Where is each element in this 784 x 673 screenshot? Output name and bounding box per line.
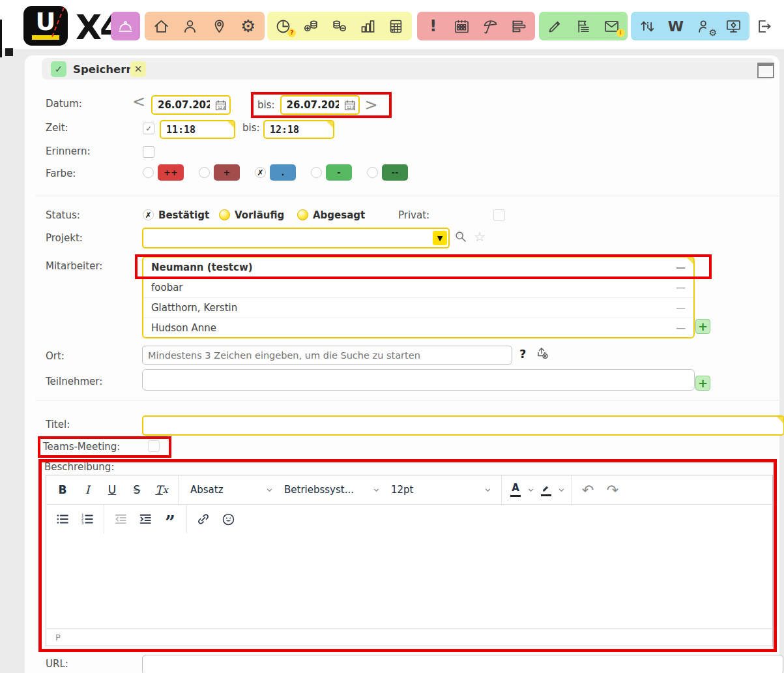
next-day-button[interactable]: > [365, 96, 378, 114]
teams-meeting-checkbox[interactable] [148, 440, 160, 452]
emoji-button[interactable] [217, 508, 239, 530]
pencil-icon[interactable] [543, 14, 568, 38]
employee-row[interactable]: Glatthorn, Kerstin — [143, 298, 693, 318]
maximize-button[interactable] [757, 63, 774, 78]
date-picker-icon[interactable]: 123 [215, 100, 227, 111]
color-option-red[interactable]: ++ [143, 164, 184, 181]
title-input[interactable] [143, 420, 783, 432]
logout-button[interactable] [751, 12, 777, 40]
remove-handle[interactable]: — [676, 322, 686, 334]
mail-icon[interactable]: i [600, 14, 624, 38]
outdent-button[interactable] [109, 508, 132, 530]
date-from-field: 123 [151, 95, 231, 115]
status-radio-bestaetigt[interactable]: ✗ [143, 209, 154, 220]
date-label: Datum: [46, 98, 82, 110]
clock-icon[interactable]: ? [270, 14, 295, 38]
add-employee-button[interactable]: + [695, 319, 710, 334]
chevron-down-icon[interactable] [527, 486, 535, 494]
highlight-color-button[interactable] [538, 480, 555, 500]
time-to-input[interactable] [265, 124, 333, 136]
save-button[interactable]: ✓ [51, 61, 66, 77]
prev-day-button[interactable]: < [132, 94, 145, 110]
link-button[interactable] [192, 508, 214, 530]
employee-row[interactable]: foobar — [143, 278, 693, 298]
participants-input[interactable] [143, 374, 694, 386]
color-option-blue[interactable]: ✗ . [255, 164, 296, 181]
color-option-darkgreen[interactable]: -- [367, 164, 408, 181]
paragraph-select[interactable]: Absatz [184, 479, 278, 501]
private-checkbox[interactable] [493, 209, 505, 221]
numbered-list-icon: 1 2 3 [80, 512, 94, 526]
annotation-box-employee [135, 254, 712, 279]
location-input[interactable] [143, 350, 512, 361]
date-from-input[interactable] [152, 99, 215, 111]
clear-formatting-button[interactable]: Tx [151, 479, 173, 501]
location-pin-icon[interactable] [207, 14, 231, 38]
color-option-darkred[interactable]: + [199, 164, 240, 181]
url-input[interactable] [143, 659, 783, 671]
status-option-label[interactable]: Vorläufig [235, 209, 284, 221]
color-option-green[interactable]: - [311, 164, 352, 181]
status-option-label[interactable]: Bestätigt [158, 209, 209, 221]
monitor-icon[interactable] [721, 14, 746, 38]
report-icon[interactable] [571, 14, 596, 38]
coins-minus-icon[interactable] [327, 14, 352, 38]
screen-edge-artifact [0, 20, 2, 57]
umbrella-icon[interactable] [478, 14, 502, 38]
reminder-checkbox[interactable] [143, 146, 154, 158]
calendar-icon[interactable] [450, 14, 474, 38]
gear-icon[interactable]: ⚙ [236, 14, 261, 38]
location-help[interactable]: ? [519, 347, 526, 361]
user-settings-icon[interactable]: ⚙ [692, 14, 717, 38]
date-to-input[interactable] [282, 99, 344, 111]
project-select[interactable]: ▼ [142, 228, 450, 248]
description-label: Beschreibung: [44, 461, 114, 473]
remove-handle[interactable]: — [676, 302, 686, 314]
alert-icon[interactable]: ! [421, 14, 446, 38]
bar-chart-icon[interactable] [355, 14, 380, 38]
remove-handle[interactable]: — [676, 282, 686, 293]
status-radio-vorlaeufig[interactable] [219, 209, 230, 220]
gantt-icon[interactable] [506, 14, 531, 38]
time-from-input[interactable] [161, 124, 234, 136]
redo-button[interactable]: ↷ [602, 479, 624, 501]
italic-button[interactable]: I [76, 479, 98, 501]
person-icon[interactable] [178, 14, 203, 38]
home-icon[interactable] [149, 14, 173, 38]
chevron-down-icon[interactable] [557, 486, 566, 494]
calculator-icon[interactable] [384, 14, 409, 38]
bold-button[interactable]: B [51, 479, 74, 501]
underline-button[interactable]: U [101, 479, 123, 501]
numbered-list-button[interactable]: 1 2 3 [76, 508, 98, 530]
text-color-button[interactable]: A [507, 480, 524, 500]
search-icon[interactable] [454, 230, 468, 244]
navigation-group: ⚙ [145, 12, 265, 40]
indent-button[interactable] [134, 508, 156, 530]
font-family-select[interactable]: Betriebssyst... [278, 479, 385, 501]
time-enabled-checkbox[interactable]: ✓ [143, 123, 154, 134]
word-icon[interactable]: W [663, 14, 688, 38]
section-divider [36, 196, 779, 196]
clear-location-icon[interactable] [534, 345, 550, 361]
close-icon: ✕ [134, 63, 143, 75]
status-radio-abgesagt[interactable] [297, 209, 308, 220]
undo-button[interactable]: ↶ [577, 479, 599, 501]
strikethrough-button[interactable]: S [126, 479, 148, 501]
catering-button[interactable] [111, 12, 140, 40]
editor-content-area[interactable] [46, 533, 772, 628]
add-participant-button[interactable]: + [695, 376, 710, 391]
indent-icon [138, 512, 152, 526]
employee-row[interactable]: Hudson Anne — [143, 318, 693, 338]
blockquote-button[interactable]: ” [159, 508, 181, 530]
sort-icon[interactable] [635, 14, 660, 38]
status-option-label[interactable]: Abgesagt [313, 209, 365, 221]
dropdown-arrow-icon[interactable]: ▼ [433, 231, 447, 245]
bullet-list-icon [55, 512, 70, 526]
bullet-list-button[interactable] [51, 508, 74, 530]
favorite-star-icon[interactable]: ☆ [474, 230, 486, 243]
radio-unchecked [199, 167, 210, 178]
coins-plus-icon[interactable] [299, 14, 324, 38]
font-size-select[interactable]: 12pt [385, 479, 496, 501]
close-button[interactable]: ✕ [130, 61, 146, 77]
date-picker-icon[interactable]: 123 [344, 100, 356, 111]
